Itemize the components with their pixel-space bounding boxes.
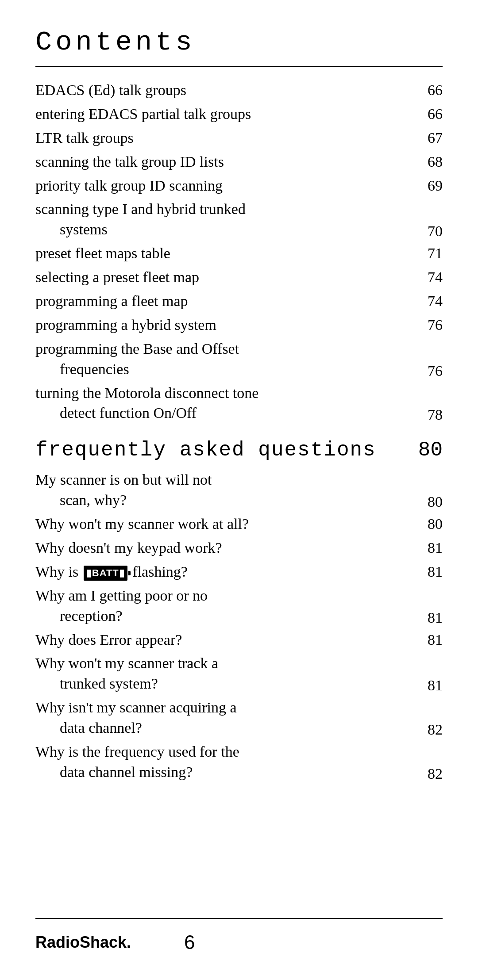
page-number: 6: [184, 931, 195, 953]
toc-section: EDACS (Ed) talk groups 66 entering EDACS…: [35, 80, 443, 909]
toc-item-page: 81: [418, 630, 443, 650]
toc-item-text: Why does Error appear?: [35, 630, 418, 650]
list-item: Why does Error appear? 81: [35, 630, 443, 650]
footer: RadioShack. 6: [35, 909, 443, 953]
faq-section-header: frequently asked questions 80: [35, 439, 443, 462]
toc-item-text: Why isn't my scanner acquiring a data ch…: [35, 697, 418, 738]
list-item: scanning type I and hybrid trunked syste…: [35, 199, 443, 240]
toc-item-text: programming a fleet map: [35, 291, 418, 311]
list-item: Why isn't my scanner acquiring a data ch…: [35, 697, 443, 738]
toc-item-text: programming a hybrid system: [35, 315, 418, 335]
toc-item-indent: data channel missing?: [35, 762, 409, 782]
toc-item-text: Why won't my scanner track a trunked sys…: [35, 653, 418, 694]
toc-item-page: 78: [418, 406, 443, 423]
list-item: programming the Base and Offset frequenc…: [35, 339, 443, 379]
toc-item-page: 81: [418, 677, 443, 694]
toc-item-page: 81: [418, 538, 443, 558]
toc-item-page: 74: [418, 291, 443, 311]
toc-item-indent: data channel?: [35, 718, 409, 738]
faq-section-title: frequently asked questions: [35, 439, 376, 462]
toc-item-page: 76: [418, 363, 443, 379]
toc-item-text: Why won't my scanner work at all?: [35, 514, 418, 534]
toc-item-page: 81: [418, 609, 443, 626]
toc-item-text: preset fleet maps table: [35, 243, 418, 264]
toc-item-text: priority talk group ID scanning: [35, 176, 418, 196]
toc-item-page: 70: [418, 223, 443, 240]
toc-item-indent: scan, why?: [35, 490, 409, 510]
toc-item-page: 71: [418, 243, 443, 264]
batt-icon: ▮BATT▮: [84, 566, 127, 581]
top-divider: [35, 66, 443, 67]
toc-item-indent: systems: [35, 219, 409, 240]
faq-section-page: 80: [418, 439, 443, 462]
toc-item-text: programming the Base and Offset frequenc…: [35, 339, 418, 379]
toc-item-page: 80: [418, 494, 443, 510]
page-container: Contents EDACS (Ed) talk groups 66 enter…: [0, 0, 478, 980]
list-item: programming a fleet map 74: [35, 291, 443, 311]
footer-content: RadioShack. 6: [35, 931, 443, 953]
toc-item-page: 82: [418, 721, 443, 738]
toc-item-text: Why is ▮BATT▮ flashing?: [35, 562, 418, 582]
toc-item-text: scanning the talk group ID lists: [35, 152, 418, 172]
list-item: scanning the talk group ID lists 68: [35, 152, 443, 172]
list-item: LTR talk groups 67: [35, 128, 443, 148]
toc-item-text: Why is the frequency used for the data c…: [35, 742, 418, 782]
toc-item-text: My scanner is on but will not scan, why?: [35, 470, 418, 510]
list-item: My scanner is on but will not scan, why?…: [35, 470, 443, 510]
list-item: programming a hybrid system 76: [35, 315, 443, 335]
toc-item-text: selecting a preset fleet map: [35, 267, 418, 287]
toc-item-page: 68: [418, 152, 443, 172]
radioshack-trademark: .: [127, 933, 131, 951]
toc-item-page: 69: [418, 176, 443, 196]
toc-item-page: 66: [418, 104, 443, 124]
toc-item-text: scanning type I and hybrid trunked syste…: [35, 199, 418, 240]
list-item: Why am I getting poor or no reception? 8…: [35, 586, 443, 626]
toc-item-page: 80: [418, 514, 443, 534]
radioshack-logo: RadioShack.: [35, 933, 131, 952]
toc-item-text: Why am I getting poor or no reception?: [35, 586, 418, 626]
toc-item-text: turning the Motorola disconnect tone det…: [35, 383, 418, 424]
list-item: EDACS (Ed) talk groups 66: [35, 80, 443, 100]
toc-item-indent: frequencies: [35, 359, 409, 379]
list-item: Why doesn't my keypad work? 81: [35, 538, 443, 558]
toc-item-page: 81: [418, 562, 443, 582]
toc-item-text: Why doesn't my keypad work?: [35, 538, 418, 558]
list-item: selecting a preset fleet map 74: [35, 267, 443, 287]
toc-item-page: 67: [418, 128, 443, 148]
toc-item-indent: detect function On/Off: [35, 403, 409, 423]
toc-item-text: EDACS (Ed) talk groups: [35, 80, 418, 100]
toc-item-page: 76: [418, 315, 443, 335]
list-item: Why won't my scanner work at all? 80: [35, 514, 443, 534]
list-item: preset fleet maps table 71: [35, 243, 443, 264]
bottom-divider: [35, 918, 443, 919]
list-item: Why is the frequency used for the data c…: [35, 742, 443, 782]
toc-item-page: 82: [418, 766, 443, 782]
list-item: priority talk group ID scanning 69: [35, 176, 443, 196]
page-title: Contents: [35, 27, 443, 58]
list-item: Why won't my scanner track a trunked sys…: [35, 653, 443, 694]
list-item: turning the Motorola disconnect tone det…: [35, 383, 443, 424]
toc-item-text: entering EDACS partial talk groups: [35, 104, 418, 124]
toc-item-indent: trunked system?: [35, 674, 409, 694]
radioshack-brand: RadioShack: [35, 933, 127, 951]
list-item: entering EDACS partial talk groups 66: [35, 104, 443, 124]
list-item: Why is ▮BATT▮ flashing? 81: [35, 562, 443, 582]
toc-item-page: 74: [418, 267, 443, 287]
toc-item-page: 66: [418, 80, 443, 100]
toc-item-indent: reception?: [35, 606, 409, 626]
toc-item-text: LTR talk groups: [35, 128, 418, 148]
